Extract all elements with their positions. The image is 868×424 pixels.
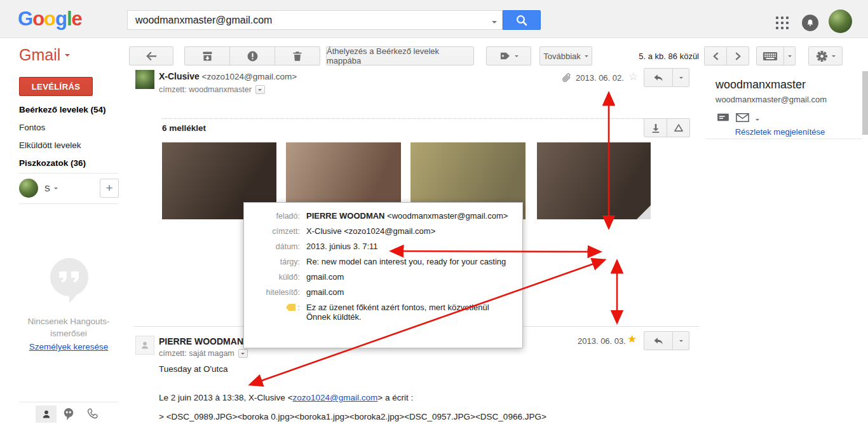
reply-arrow-icon: [653, 336, 664, 346]
message2-body-line: Tuesday at O'utca: [159, 364, 228, 374]
details-row-signed-by: hitelesítő: gmail.com: [250, 287, 513, 297]
search-input[interactable]: [128, 15, 487, 26]
star-toggle[interactable]: ☆: [628, 71, 638, 82]
star-toggle[interactable]: ★: [627, 334, 637, 345]
pager-count: 5. a kb. 86 közül: [623, 51, 699, 61]
settings-button[interactable]: [808, 46, 843, 65]
chevron-down-icon: [832, 55, 836, 57]
sidebar-item-drafts[interactable]: Piszkozatok (36): [19, 158, 121, 168]
more-message-options-button[interactable]: [672, 68, 689, 87]
hangouts-empty-text: Nincsenek Hangouts-: [0, 317, 137, 326]
person-icon: [41, 409, 51, 420]
chevron-down-icon: [679, 77, 683, 79]
show-details-dropdown[interactable]: [255, 85, 265, 94]
chevron-down-icon: [258, 89, 262, 91]
input-tools-caret-button[interactable]: [783, 46, 796, 65]
archive-button[interactable]: [184, 46, 230, 65]
download-all-group: [644, 118, 690, 137]
reply-arrow-icon: [653, 72, 664, 83]
gmail-logo-menu[interactable]: Gmail: [19, 46, 70, 64]
gmail-label: Gmail: [19, 46, 60, 64]
star-filled-icon: ★: [627, 333, 637, 345]
message2-date: 2013. 06. 03.: [578, 336, 626, 346]
chat-card-button[interactable]: [717, 113, 729, 123]
message1-date: 2013. 06. 02.: [576, 73, 624, 83]
chevron-left-icon: [713, 52, 719, 60]
newer-button[interactable]: [704, 46, 727, 65]
pager-nav-group: [704, 46, 749, 65]
back-arrow-icon: [144, 50, 158, 62]
save-to-drive-button[interactable]: [667, 118, 690, 137]
more-message-options-button[interactable]: [672, 331, 689, 350]
profile-more-caret[interactable]: [756, 112, 759, 123]
sender-avatar-placeholder[interactable]: [135, 336, 154, 355]
details-row-importance: : Ez az üzenet főként azért fontos, mert…: [250, 303, 513, 322]
compose-button[interactable]: LEVÉLÍRÁS: [19, 77, 93, 96]
reply-button[interactable]: [644, 68, 673, 87]
drive-icon: [674, 123, 684, 133]
download-all-button[interactable]: [644, 118, 667, 137]
action-button-group: [184, 46, 320, 65]
apps-grid-icon[interactable]: [776, 17, 789, 30]
quote-text: Le 2 juin 2013 à 13:38, X-Clusive <: [159, 393, 293, 402]
message1-sender: X-Clusive <zozo1024@gmail.com>: [159, 71, 297, 81]
attachment-thumbnail[interactable]: [537, 142, 651, 219]
hangouts-tab-button[interactable]: [63, 407, 74, 421]
show-details-link[interactable]: Részletek megjelenítése: [705, 127, 855, 137]
scrollbar-thumb[interactable]: [862, 71, 868, 135]
sidebar-item-sent[interactable]: Elküldött levelek: [19, 140, 121, 150]
logo-letter: o: [32, 8, 44, 30]
input-tools-button[interactable]: [756, 46, 784, 65]
more-actions-label: Továbbiak: [543, 51, 581, 61]
move-to-inbox-label: Áthelyezés a Beérkező levelek mappába: [327, 46, 473, 65]
gear-icon: [816, 50, 828, 62]
add-contact-button[interactable]: +: [100, 179, 119, 198]
profile-name: woodmanxmaster: [715, 78, 806, 92]
phone-tab-button[interactable]: [86, 407, 98, 420]
notifications-button[interactable]: [802, 15, 818, 31]
subject-label: tárgy:: [250, 257, 300, 266]
importance-marker-icon: [286, 304, 295, 311]
delete-button[interactable]: [275, 46, 320, 65]
chevron-down-icon: [54, 188, 58, 189]
attachments-divider: [162, 118, 689, 119]
quoted-email-link[interactable]: zozo1024@gmail.com: [293, 393, 378, 402]
importance-colon: :: [298, 303, 300, 312]
spam-button[interactable]: [229, 46, 275, 65]
move-to-inbox-button[interactable]: Áthelyezés a Beérkező levelek mappába: [326, 46, 474, 65]
input-tools-group: [756, 46, 796, 65]
email-contact-button[interactable]: [736, 113, 749, 123]
more-actions-button[interactable]: Továbbiak: [539, 46, 592, 65]
sender-avatar[interactable]: [135, 70, 154, 89]
account-avatar[interactable]: [829, 10, 852, 33]
chat-contact-avatar[interactable]: [19, 179, 38, 198]
logo-letter: G: [18, 8, 32, 30]
message1-to-line: címzett: woodmanxmaster: [159, 85, 265, 94]
sidebar-item-important[interactable]: Fontos: [19, 123, 121, 132]
profile-email: woodmanxmaster@gmail.com: [715, 95, 827, 104]
details-row-mailed-by: küldő: gmail.com: [250, 272, 513, 282]
older-button[interactable]: [726, 46, 749, 65]
chat-contact-name[interactable]: S: [44, 184, 58, 193]
hangouts-search-people-link[interactable]: Személyek keresése: [0, 342, 137, 352]
contacts-tab-button[interactable]: [36, 406, 57, 423]
envelope-icon: [736, 113, 749, 123]
labels-button[interactable]: [486, 46, 531, 65]
search-button[interactable]: [503, 10, 541, 30]
chevron-down-icon: [788, 55, 792, 57]
chevron-down-icon: [492, 21, 497, 24]
sidebar-item-inbox[interactable]: Beérkező levelek (54): [19, 105, 121, 114]
to-text: címzett: saját magam: [159, 349, 234, 358]
details-row-subject: tárgy: Re: new model can interest you, r…: [250, 257, 513, 266]
back-to-inbox-button[interactable]: [129, 46, 173, 65]
to-label: címzett:: [250, 226, 300, 236]
trash-icon: [292, 50, 303, 62]
show-details-dropdown[interactable]: [238, 349, 248, 358]
reply-button[interactable]: [644, 331, 673, 350]
google-logo[interactable]: Google: [18, 8, 82, 31]
to-text: címzett: woodmanxmaster: [159, 85, 252, 94]
mailed-by-value: gmail.com: [306, 272, 344, 282]
reply-button-group: [644, 331, 689, 350]
logo-letter: g: [55, 8, 67, 30]
search-options-caret[interactable]: [487, 15, 502, 26]
